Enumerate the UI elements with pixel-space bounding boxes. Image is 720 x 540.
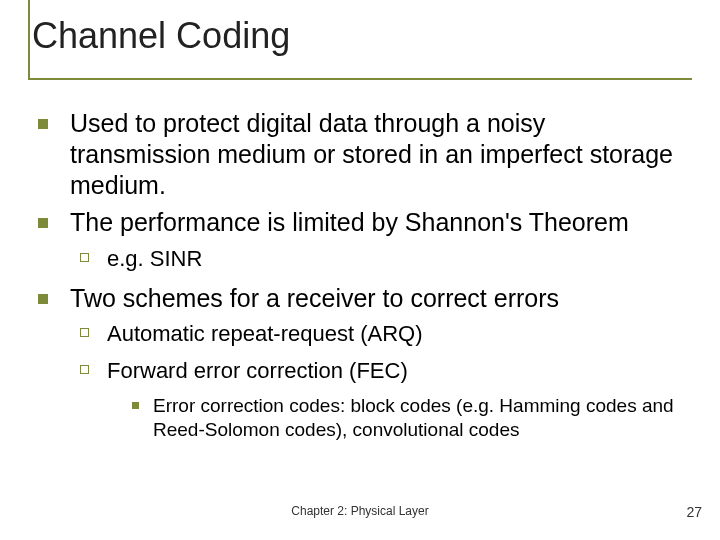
square-bullet-icon xyxy=(38,294,48,304)
bullet-text: Error correction codes: block codes (e.g… xyxy=(153,394,692,443)
footer-text: Chapter 2: Physical Layer xyxy=(0,504,720,518)
list-item: e.g. SINR xyxy=(80,245,692,274)
bullet-text: Automatic repeat-request (ARQ) xyxy=(107,320,422,349)
list-item: Automatic repeat-request (ARQ) xyxy=(80,320,692,349)
square-bullet-icon xyxy=(38,119,48,129)
list-item: The performance is limited by Shannon's … xyxy=(38,207,692,238)
hollow-square-bullet-icon xyxy=(80,328,89,337)
bullet-text: Forward error correction (FEC) xyxy=(107,357,408,386)
hollow-square-bullet-icon xyxy=(80,365,89,374)
list-item: Two schemes for a receiver to correct er… xyxy=(38,283,692,314)
bullet-text: Used to protect digital data through a n… xyxy=(70,108,692,202)
bullet-text: The performance is limited by Shannon's … xyxy=(70,207,629,238)
bullet-text: Two schemes for a receiver to correct er… xyxy=(70,283,559,314)
bullet-text: e.g. SINR xyxy=(107,245,202,274)
title-bar: Channel Coding xyxy=(28,10,692,80)
list-item: Used to protect digital data through a n… xyxy=(38,108,692,202)
slide-title: Channel Coding xyxy=(28,10,692,74)
page-number: 27 xyxy=(686,504,702,520)
small-square-bullet-icon xyxy=(132,402,139,409)
square-bullet-icon xyxy=(38,218,48,228)
hollow-square-bullet-icon xyxy=(80,253,89,262)
list-item: Error correction codes: block codes (e.g… xyxy=(132,394,692,443)
slide-content: Used to protect digital data through a n… xyxy=(28,108,692,443)
list-item: Forward error correction (FEC) xyxy=(80,357,692,386)
